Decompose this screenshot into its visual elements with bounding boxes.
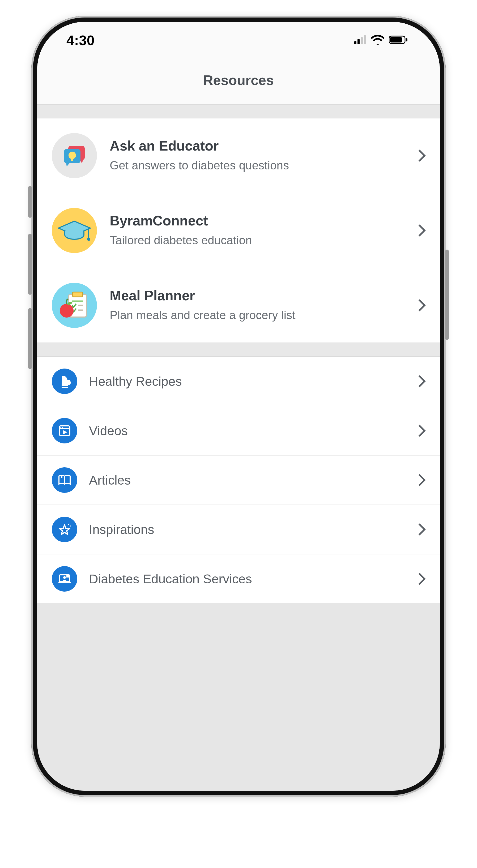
featured-title: Meal Planner bbox=[110, 287, 403, 304]
svg-rect-12 bbox=[71, 158, 73, 161]
page-header: Resources bbox=[37, 59, 440, 104]
svg-rect-33 bbox=[58, 582, 71, 583]
chevron-right-icon bbox=[414, 375, 425, 387]
list-item-diabetes-education-services[interactable]: Diabetes Education Services bbox=[37, 554, 440, 603]
svg-marker-27 bbox=[63, 430, 67, 434]
svg-point-25 bbox=[60, 427, 61, 428]
svg-rect-1 bbox=[357, 39, 360, 44]
section-gap bbox=[37, 104, 440, 118]
featured-item-ask-educator[interactable]: Ask an Educator Get answers to diabetes … bbox=[37, 118, 440, 193]
video-play-icon bbox=[52, 418, 77, 443]
oven-mitt-icon bbox=[52, 369, 77, 394]
featured-subtitle: Plan meals and create a grocery list bbox=[110, 307, 403, 323]
chevron-right-icon bbox=[414, 523, 425, 535]
phone-side-button bbox=[28, 186, 32, 218]
status-time: 4:30 bbox=[66, 32, 94, 48]
svg-marker-29 bbox=[59, 525, 70, 534]
list-item-label: Articles bbox=[89, 473, 404, 488]
svg-point-34 bbox=[63, 576, 66, 579]
screen: 4:30 bbox=[37, 22, 440, 791]
featured-subtitle: Get answers to diabetes questions bbox=[110, 157, 403, 173]
featured-text: Meal Planner Plan meals and create a gro… bbox=[110, 287, 403, 323]
chevron-right-icon bbox=[414, 573, 425, 585]
wifi-icon bbox=[371, 35, 384, 46]
list-item-label: Inspirations bbox=[89, 522, 404, 537]
phone-side-button bbox=[28, 308, 32, 369]
chevron-right-icon bbox=[414, 299, 425, 311]
svg-rect-6 bbox=[406, 38, 408, 41]
list-item-label: Healthy Recipes bbox=[89, 374, 404, 389]
list-item-label: Videos bbox=[89, 424, 404, 438]
chevron-right-icon bbox=[414, 425, 425, 436]
featured-title: Ask an Educator bbox=[110, 138, 403, 154]
svg-rect-5 bbox=[390, 37, 402, 42]
svg-point-26 bbox=[62, 427, 63, 428]
page-title: Resources bbox=[37, 72, 440, 88]
bottom-fill bbox=[37, 603, 440, 791]
list-item-articles[interactable]: Articles bbox=[37, 456, 440, 505]
svg-rect-35 bbox=[66, 576, 69, 578]
resource-list: Healthy Recipes Videos bbox=[37, 357, 440, 603]
meal-planner-icon bbox=[52, 283, 97, 328]
svg-rect-2 bbox=[361, 37, 363, 44]
chat-bulb-icon bbox=[52, 133, 97, 178]
chevron-right-icon bbox=[414, 474, 425, 486]
featured-list: Ask an Educator Get answers to diabetes … bbox=[37, 118, 440, 343]
featured-subtitle: Tailored diabetes education bbox=[110, 232, 403, 248]
featured-text: ByramConnect Tailored diabetes education bbox=[110, 213, 403, 248]
featured-text: Ask an Educator Get answers to diabetes … bbox=[110, 138, 403, 173]
list-item-label: Diabetes Education Services bbox=[89, 572, 404, 586]
svg-line-30 bbox=[68, 524, 69, 525]
svg-line-31 bbox=[70, 526, 71, 526]
cellular-signal-icon bbox=[354, 35, 366, 45]
svg-rect-28 bbox=[61, 475, 62, 478]
svg-marker-10 bbox=[66, 162, 70, 166]
star-icon bbox=[52, 517, 77, 542]
status-icons bbox=[354, 35, 408, 46]
phone-side-button bbox=[28, 234, 32, 295]
list-item-inspirations[interactable]: Inspirations bbox=[37, 505, 440, 554]
phone-side-button bbox=[445, 250, 449, 340]
graduation-cap-icon bbox=[52, 208, 97, 253]
featured-item-meal-planner[interactable]: Meal Planner Plan meals and create a gro… bbox=[37, 268, 440, 343]
status-bar: 4:30 bbox=[37, 22, 440, 59]
featured-item-byramconnect[interactable]: ByramConnect Tailored diabetes education bbox=[37, 193, 440, 268]
section-gap bbox=[37, 343, 440, 357]
phone-frame: 4:30 bbox=[31, 16, 446, 797]
chevron-right-icon bbox=[414, 150, 425, 161]
laptop-person-icon bbox=[52, 566, 77, 592]
book-open-icon bbox=[52, 467, 77, 493]
svg-point-15 bbox=[87, 238, 90, 241]
battery-icon bbox=[389, 35, 408, 45]
svg-rect-17 bbox=[72, 292, 83, 297]
svg-point-11 bbox=[68, 152, 76, 159]
svg-rect-3 bbox=[364, 35, 366, 44]
list-item-videos[interactable]: Videos bbox=[37, 406, 440, 456]
featured-title: ByramConnect bbox=[110, 213, 403, 228]
svg-point-21 bbox=[60, 304, 73, 317]
list-item-healthy-recipes[interactable]: Healthy Recipes bbox=[37, 357, 440, 406]
chevron-right-icon bbox=[414, 224, 425, 236]
svg-rect-0 bbox=[354, 41, 356, 44]
